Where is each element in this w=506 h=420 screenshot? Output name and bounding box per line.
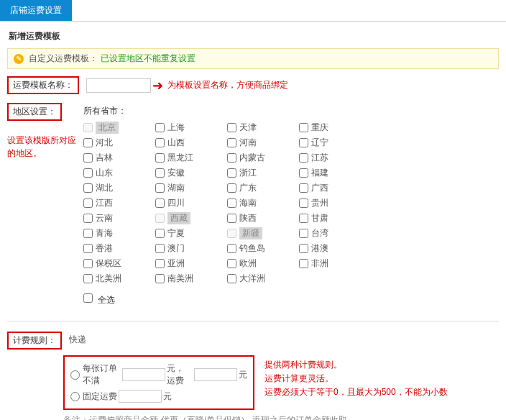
province-checkbox[interactable] [83, 259, 93, 268]
billing-annot-line3: 运费必须大于等于0，且最大为500，不能为小数 [264, 385, 448, 399]
province-checkbox[interactable] [83, 214, 93, 223]
province-checkbox[interactable] [155, 244, 165, 253]
province-checkbox[interactable] [155, 259, 165, 268]
province-checkbox[interactable] [155, 168, 165, 178]
province-checkbox[interactable] [83, 138, 93, 147]
province-cell: 黑龙江 [155, 150, 227, 165]
province-cell: 海南 [227, 196, 299, 211]
province-cell: 甘肃 [299, 211, 371, 226]
province-cell: 广西 [299, 181, 371, 196]
template-name-input[interactable] [86, 78, 151, 93]
rule1-amount-input[interactable] [122, 368, 165, 381]
province-name: 陕西 [239, 212, 257, 224]
divider [7, 321, 499, 321]
rule1-radio[interactable] [70, 370, 80, 380]
province-name: 南美洲 [167, 273, 193, 285]
province-cell: 江西 [83, 196, 155, 211]
province-cell: 内蒙古 [227, 150, 299, 165]
province-checkbox[interactable] [227, 153, 236, 163]
province-checkbox[interactable] [299, 183, 308, 193]
rule2-radio[interactable] [70, 392, 80, 401]
province-checkbox[interactable] [155, 123, 165, 132]
province-cell: 台湾 [299, 226, 371, 241]
province-name: 非洲 [311, 257, 328, 270]
province-name: 广东 [239, 182, 257, 194]
billing-label: 计费规则： [7, 332, 62, 350]
provinces-label: 所有省市： [83, 103, 499, 117]
province-checkbox[interactable] [299, 214, 308, 223]
province-name: 上海 [167, 122, 185, 134]
province-checkbox[interactable] [155, 138, 165, 147]
province-name: 钓鱼岛 [239, 242, 265, 255]
province-checkbox[interactable] [83, 123, 93, 132]
province-checkbox[interactable] [299, 123, 308, 132]
province-cell: 宁夏 [155, 226, 227, 241]
province-name: 吉林 [96, 152, 113, 164]
province-checkbox[interactable] [83, 244, 93, 253]
page-title: 新增运费模板 [7, 27, 499, 48]
province-name: 安徽 [167, 167, 185, 179]
province-checkbox[interactable] [227, 198, 236, 208]
billing-note: 备注：运费按照商品金额-优惠（直降/单品促销）-返现之后的订单金额收取 [63, 414, 499, 420]
province-checkbox[interactable] [83, 274, 93, 283]
province-name: 保税区 [96, 257, 121, 270]
province-name: 新疆 [239, 227, 262, 239]
province-checkbox[interactable] [155, 274, 165, 283]
province-checkbox[interactable] [155, 183, 165, 193]
province-cell: 南美洲 [155, 271, 227, 286]
province-checkbox[interactable] [155, 198, 165, 208]
province-cell: 广东 [227, 181, 299, 196]
province-checkbox[interactable] [227, 229, 236, 238]
province-cell: 港澳 [299, 241, 371, 256]
province-name: 湖南 [167, 182, 185, 194]
province-cell: 湖南 [155, 181, 227, 196]
province-checkbox[interactable] [83, 229, 93, 238]
province-checkbox[interactable] [227, 244, 236, 253]
province-checkbox[interactable] [83, 183, 93, 193]
province-cell: 澳门 [155, 241, 227, 256]
tab-shipping-settings[interactable]: 店铺运费设置 [0, 0, 72, 21]
province-cell: 重庆 [299, 120, 371, 135]
province-checkbox[interactable] [299, 198, 308, 208]
province-checkbox[interactable] [227, 214, 236, 223]
province-cell: 欧洲 [227, 256, 299, 271]
province-checkbox[interactable] [227, 168, 236, 178]
alert-label: 自定义运费模板： [29, 53, 98, 63]
province-checkbox[interactable] [155, 229, 165, 238]
province-cell: 吉林 [83, 150, 155, 165]
province-checkbox[interactable] [299, 168, 308, 178]
province-name: 海南 [239, 197, 257, 209]
province-name: 北美洲 [96, 273, 121, 285]
rule1-suffix: 元 [239, 369, 247, 381]
province-name: 澳门 [167, 242, 185, 255]
province-cell: 钓鱼岛 [227, 241, 299, 256]
province-checkbox[interactable] [299, 153, 308, 163]
province-checkbox[interactable] [83, 168, 93, 178]
rule2-fee-input[interactable] [119, 390, 162, 403]
province-checkbox[interactable] [83, 153, 93, 163]
province-checkbox[interactable] [227, 123, 236, 132]
province-name: 江西 [96, 197, 113, 209]
province-checkbox[interactable] [155, 153, 165, 163]
province-name: 山西 [167, 137, 185, 149]
province-checkbox[interactable] [155, 214, 165, 223]
province-checkbox[interactable] [227, 274, 236, 283]
alert-message: 已设置地区不能重复设置 [101, 53, 196, 63]
province-checkbox[interactable] [83, 198, 93, 208]
province-checkbox[interactable] [227, 138, 236, 147]
province-name: 甘肃 [311, 212, 328, 224]
template-name-label: 运费模板名称： [7, 76, 79, 94]
province-checkbox[interactable] [299, 229, 308, 238]
province-checkbox[interactable] [227, 183, 236, 193]
province-checkbox[interactable] [227, 259, 236, 268]
province-checkbox[interactable] [299, 244, 308, 253]
rule1-fee-input[interactable] [194, 368, 237, 381]
province-checkbox[interactable] [299, 259, 308, 268]
province-name: 港澳 [311, 242, 328, 255]
select-all-checkbox[interactable] [83, 293, 93, 303]
billing-method: 快递 [69, 332, 86, 350]
province-cell: 青海 [83, 226, 155, 241]
province-checkbox[interactable] [299, 138, 308, 147]
province-name: 辽宁 [311, 137, 328, 149]
region-annot: 设置该模版所对应的地区。 [7, 134, 79, 160]
